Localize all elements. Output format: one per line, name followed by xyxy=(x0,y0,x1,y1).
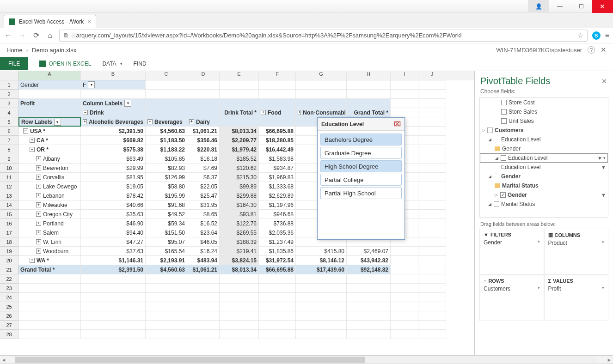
dropdown-icon[interactable]: ▾ xyxy=(54,119,61,126)
column-header[interactable]: D xyxy=(187,71,220,80)
row-header[interactable]: 8 xyxy=(0,145,18,154)
expand-icon[interactable]: + xyxy=(261,110,266,115)
filter-dropdown-icon[interactable]: ▾ xyxy=(88,81,95,88)
home-icon[interactable]: ⌂ xyxy=(45,31,55,40)
column-header[interactable]: J xyxy=(418,71,446,80)
back-icon[interactable]: ← xyxy=(4,31,13,40)
dropdown-icon[interactable]: ▾ xyxy=(603,156,606,160)
row-header[interactable]: 23 xyxy=(0,284,18,293)
breadcrumb-home[interactable]: Home xyxy=(6,47,23,54)
row-labels-cell[interactable]: Row Labels▾ xyxy=(18,117,81,127)
expand-icon[interactable]: + xyxy=(36,239,41,244)
column-header[interactable]: C xyxy=(146,71,187,80)
row-header[interactable]: 5 xyxy=(0,117,18,127)
file-tab[interactable]: FILE xyxy=(0,57,28,70)
row-header[interactable]: 9 xyxy=(0,154,18,164)
expand-icon[interactable]: + xyxy=(30,258,35,263)
field-education-level-selected[interactable]: ◢Education Level▼▾ xyxy=(480,153,608,163)
minimize-button[interactable]: — xyxy=(549,0,570,13)
select-all-corner[interactable] xyxy=(0,71,18,80)
slicer-item[interactable]: High School Degree xyxy=(320,160,402,172)
values-area[interactable]: ΣVALUES Profit▾ xyxy=(544,275,609,321)
row-header[interactable]: 10 xyxy=(0,164,18,173)
row-header[interactable]: 2 xyxy=(0,90,18,99)
row-header[interactable]: 18 xyxy=(0,237,18,247)
row-header[interactable]: 13 xyxy=(0,191,18,200)
expand-icon[interactable]: + xyxy=(36,156,41,161)
expand-icon[interactable]: + xyxy=(36,202,41,207)
row-header[interactable]: 21 xyxy=(0,265,18,274)
expand-icon[interactable]: − xyxy=(23,128,28,133)
expand-icon[interactable]: + xyxy=(30,138,35,143)
scrollbar-thumb[interactable] xyxy=(15,357,365,363)
column-header[interactable]: A xyxy=(18,71,81,80)
row-header[interactable]: 16 xyxy=(0,219,18,228)
filter-icon[interactable]: ▼ xyxy=(601,192,606,198)
filter-icon[interactable]: ▼ xyxy=(597,155,602,161)
collapse-icon[interactable]: ◢ xyxy=(488,137,493,142)
open-in-excel-button[interactable]: OPEN IN EXCEL xyxy=(39,61,91,67)
chrome-menu-icon[interactable]: ≡ xyxy=(605,31,609,40)
pane-close-icon[interactable]: ✕ xyxy=(601,77,607,85)
field-customers[interactable]: ▷Customers xyxy=(480,126,608,135)
row-header[interactable]: 14 xyxy=(0,200,18,210)
expand-icon[interactable]: + xyxy=(36,184,41,189)
row-header[interactable]: 25 xyxy=(0,302,18,311)
scroll-right-icon[interactable]: ► xyxy=(606,357,613,363)
row-header[interactable]: 7 xyxy=(0,136,18,145)
expand-icon[interactable]: + xyxy=(36,165,41,170)
row-header[interactable]: 3 xyxy=(0,99,18,108)
row-header[interactable]: 4 xyxy=(0,108,18,117)
clear-filter-icon[interactable]: ⌧ xyxy=(394,121,401,127)
expand-icon[interactable]: + xyxy=(36,212,41,217)
slicer-item[interactable]: Graduate Degree xyxy=(320,147,402,159)
slicer-education-level[interactable]: Education Level ⌧ Bachelors DegreeGradua… xyxy=(317,117,405,240)
slicer-item[interactable]: Bachelors Degree xyxy=(320,133,402,146)
rows-area[interactable]: ≡ROWS Customers▾ xyxy=(479,275,544,321)
checkbox-icon[interactable] xyxy=(501,155,506,161)
dropdown-icon[interactable]: ▾ xyxy=(538,285,540,292)
column-header[interactable]: G xyxy=(296,71,347,80)
user-icon[interactable]: 👤 xyxy=(528,0,549,13)
column-header[interactable]: F xyxy=(259,71,296,80)
close-pane-icon[interactable]: ✕ xyxy=(601,46,607,54)
row-header[interactable]: 6 xyxy=(0,127,18,136)
row-header[interactable]: 17 xyxy=(0,228,18,237)
horizontal-scrollbar[interactable]: ◄ ► xyxy=(0,355,613,364)
checkbox-checked-icon[interactable]: ✓ xyxy=(500,192,506,198)
slicer-header[interactable]: Education Level ⌧ xyxy=(318,118,405,131)
expand-icon[interactable]: + xyxy=(36,230,41,235)
url-input[interactable]: 🗎 s arquery.com/_layouts/15/xlviewer.asp… xyxy=(59,30,588,42)
expand-icon[interactable]: + xyxy=(36,193,41,198)
dropdown-icon[interactable]: ▾ xyxy=(124,100,131,107)
column-header[interactable]: I xyxy=(391,71,418,80)
filters-area[interactable]: ▼FILTERS Gender▾ xyxy=(479,229,544,275)
collapse-icon[interactable]: − xyxy=(83,110,88,115)
row-header[interactable]: 24 xyxy=(0,293,18,302)
column-header[interactable]: H xyxy=(347,71,391,80)
slicer-item[interactable]: Partial High School xyxy=(320,187,402,199)
column-header[interactable]: B xyxy=(81,71,146,80)
field-education-level[interactable]: ◢Education Level xyxy=(480,135,608,144)
row-header[interactable]: 22 xyxy=(0,274,18,284)
expand-icon[interactable]: + xyxy=(189,119,194,124)
bookmark-star-icon[interactable]: ☆ xyxy=(577,31,583,40)
expand-icon[interactable]: + xyxy=(83,119,87,124)
expand-icon[interactable]: + xyxy=(36,249,41,254)
expand-icon[interactable]: + xyxy=(36,221,41,226)
columns-area[interactable]: ▥COLUMNS Product▾ xyxy=(544,229,609,275)
dropdown-icon[interactable]: ▾ xyxy=(602,285,604,292)
collapse-icon[interactable]: ▷ xyxy=(482,128,486,133)
expand-icon[interactable]: − xyxy=(30,147,35,152)
checkbox-icon[interactable] xyxy=(501,100,507,105)
find-button[interactable]: FIND xyxy=(134,61,147,67)
help-icon[interactable]: ? xyxy=(588,46,595,54)
expand-icon[interactable]: + xyxy=(147,119,153,124)
data-menu[interactable]: DATA xyxy=(102,61,122,67)
browser-tab[interactable]: Excel Web Access - /Work × xyxy=(4,15,96,28)
row-header[interactable]: 12 xyxy=(0,182,18,191)
expand-icon[interactable]: + xyxy=(298,110,301,115)
checkbox-icon[interactable] xyxy=(501,109,507,115)
slicer-item[interactable]: Partial College xyxy=(320,174,402,186)
close-button[interactable]: ✕ xyxy=(592,0,613,13)
